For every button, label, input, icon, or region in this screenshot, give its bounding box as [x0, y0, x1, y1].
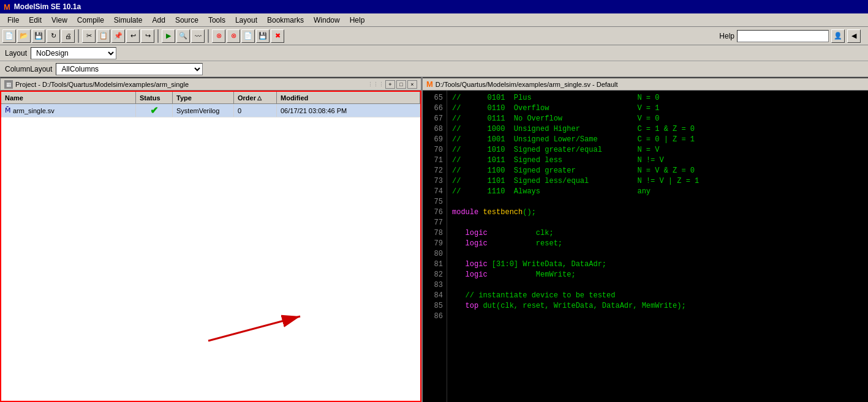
menu-tools[interactable]: Tools	[203, 15, 230, 26]
code-area: 65 66 67 68 69 70 71 72 73 74 75 76 77 7…	[423, 91, 868, 402]
project-grid-icon: ▦	[4, 80, 13, 89]
app-logo-icon: M	[4, 2, 10, 12]
search-button[interactable]: 🔍	[176, 29, 190, 43]
project-panel: ▦ Project - D:/Tools/Quartus/Modelsim/ex…	[0, 77, 423, 402]
file-modified: 06/17/21 03:08:46 PM	[281, 107, 347, 114]
layout-label: Layout	[5, 49, 27, 58]
file-order: 0	[238, 107, 241, 114]
code-title-bar: M D:/Tools/Quartus/Modelsim/examples/arm…	[423, 77, 868, 91]
panel-restore-button[interactable]: □	[396, 80, 406, 89]
menu-bookmarks[interactable]: Bookmarks	[262, 15, 309, 26]
paste-button[interactable]: 📌	[111, 29, 125, 43]
panel-resize-icon: ⋮⋮⋮	[368, 81, 384, 87]
menu-view[interactable]: View	[47, 15, 72, 26]
main-area: ▦ Project - D:/Tools/Quartus/Modelsim/ex…	[0, 77, 868, 402]
td-modified: 06/17/21 03:08:46 PM	[277, 104, 420, 117]
line-numbers: 65 66 67 68 69 70 71 72 73 74 75 76 77 7…	[423, 91, 447, 402]
menu-source[interactable]: Source	[170, 15, 203, 26]
redo-button[interactable]: ↪	[141, 29, 154, 43]
code-panel: M D:/Tools/Quartus/Modelsim/examples/arm…	[423, 77, 868, 402]
file-name: arm_single.sv	[13, 107, 55, 114]
toolbar-sep-3	[208, 29, 209, 43]
new-button[interactable]: 📄	[2, 29, 16, 43]
undo-button[interactable]: ↩	[126, 29, 140, 43]
cut-button[interactable]: ✂	[82, 29, 96, 43]
th-order[interactable]: Order △	[234, 92, 277, 103]
th-modified[interactable]: Modified	[277, 92, 420, 103]
help-label: Help	[719, 32, 734, 40]
toolbar-sep-1	[78, 29, 79, 43]
project-panel-title-bar: ▦ Project - D:/Tools/Quartus/Modelsim/ex…	[0, 77, 421, 91]
copy-button[interactable]: 📋	[97, 29, 110, 43]
th-type[interactable]: Type	[173, 92, 234, 103]
menu-edit[interactable]: Edit	[24, 15, 47, 26]
file-btn[interactable]: 📄	[241, 29, 255, 43]
run-button[interactable]: ▶	[162, 29, 175, 43]
sort-asc-icon: △	[257, 95, 262, 101]
td-order: 0	[234, 104, 277, 117]
th-modified-label: Modified	[281, 94, 308, 102]
code-content: // 0101 Plus N = 0 // 0110 Overflow V = …	[447, 91, 868, 402]
th-order-label: Order	[238, 94, 256, 102]
print-button[interactable]: 🖨	[61, 29, 75, 43]
toolbar-extra[interactable]: ◀	[847, 29, 861, 43]
project-panel-title: Project - D:/Tools/Quartus/Modelsim/exam…	[15, 81, 189, 88]
panel-title-left: ▦ Project - D:/Tools/Quartus/Modelsim/ex…	[4, 80, 189, 89]
panel-close-button[interactable]: ×	[407, 80, 417, 89]
file-m-icon: M̄	[5, 106, 10, 114]
cancel-button[interactable]: ✖	[271, 29, 284, 43]
toolbar-sep-2	[157, 29, 159, 43]
td-type: SystemVerilog	[173, 104, 234, 117]
th-status[interactable]: Status	[136, 92, 173, 103]
th-type-label: Type	[176, 94, 192, 102]
menu-window[interactable]: Window	[309, 15, 345, 26]
menu-layout[interactable]: Layout	[230, 15, 262, 26]
th-name[interactable]: Name	[1, 92, 136, 103]
menu-bar: File Edit View Compile Simulate Add Sour…	[0, 13, 868, 27]
wave-button[interactable]: 〰	[191, 29, 205, 43]
col-layout-label: ColumnLayout	[5, 65, 52, 73]
panel-title-controls: ⋮⋮⋮ + □ ×	[368, 80, 417, 89]
td-name: M̄ arm_single.sv	[1, 104, 136, 117]
save-button[interactable]: 💾	[32, 29, 45, 43]
open-button[interactable]: 📂	[17, 29, 31, 43]
menu-help[interactable]: Help	[345, 15, 370, 26]
step-button[interactable]: ⊗	[212, 29, 225, 43]
menu-add[interactable]: Add	[148, 15, 170, 26]
menu-compile[interactable]: Compile	[72, 15, 109, 26]
td-status: ✔	[136, 104, 173, 117]
help-input[interactable]	[737, 30, 829, 42]
red-arrow	[196, 304, 319, 353]
menu-simulate[interactable]: Simulate	[109, 15, 148, 26]
svg-line-1	[208, 316, 300, 341]
step2-button[interactable]: ⊗	[227, 29, 240, 43]
layout-select[interactable]: NoDesign	[31, 47, 116, 59]
layout-row: Layout NoDesign	[0, 45, 868, 61]
help-section: Help 👤 ◀	[719, 29, 861, 43]
table-row[interactable]: M̄ arm_single.sv ✔ SystemVerilog 0 06/17…	[1, 104, 420, 117]
toolbar: 📄 📂 💾 ↻ 🖨 ✂ 📋 📌 ↩ ↪ ▶ 🔍 〰 ⊗ ⊗ 📄 💾 ✖ Help…	[0, 27, 868, 45]
refresh-button[interactable]: ↻	[47, 29, 60, 43]
status-check-icon: ✔	[150, 105, 158, 116]
col-layout-row: ColumnLayout AllColumns	[0, 61, 868, 77]
menu-file[interactable]: File	[2, 15, 24, 26]
th-status-label: Status	[140, 94, 160, 102]
project-table: Name Status Type Order △ Modified	[0, 91, 421, 402]
help-search-button[interactable]: 👤	[831, 29, 845, 43]
panel-plus-button[interactable]: +	[385, 80, 395, 89]
code-panel-title: D:/Tools/Quartus/Modelsim/examples/arm_s…	[436, 81, 618, 88]
save2-button[interactable]: 💾	[256, 29, 270, 43]
table-header: Name Status Type Order △ Modified	[1, 92, 420, 104]
title-bar: M ModelSim SE 10.1a	[0, 0, 868, 13]
app-title: ModelSim SE 10.1a	[14, 2, 81, 11]
file-type: SystemVerilog	[176, 107, 219, 114]
col-layout-select[interactable]: AllColumns	[56, 63, 203, 75]
th-name-label: Name	[5, 94, 23, 102]
code-m-icon: M	[426, 80, 433, 89]
